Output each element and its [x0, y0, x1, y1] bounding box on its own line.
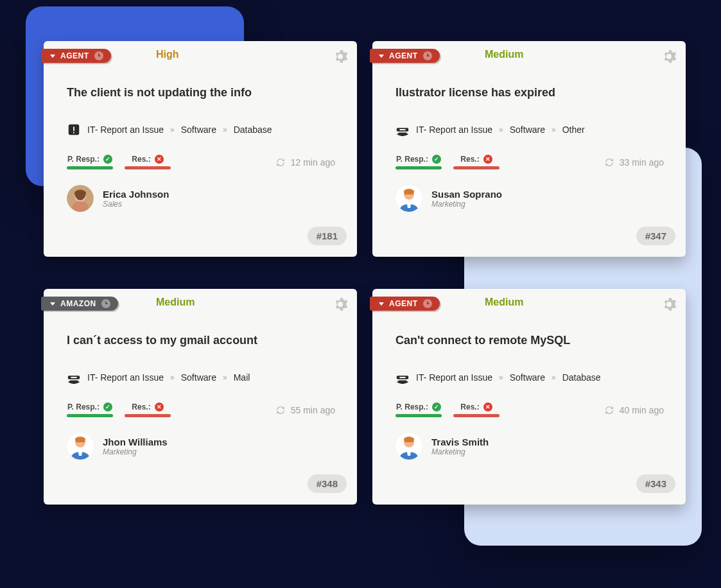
avatar[interactable]	[67, 433, 94, 460]
ticket-card: AGENT Medium Can't connect to remote MyS…	[372, 289, 686, 505]
breadcrumb-item[interactable]: Software	[181, 372, 216, 383]
user-name[interactable]: Jhon Williams	[103, 437, 168, 447]
progress-bar-red	[453, 166, 499, 169]
user-department: Marketing	[431, 447, 489, 456]
badge-label: AGENT	[389, 299, 418, 308]
requester-row: Susan Soprano Marketing	[395, 185, 668, 212]
x-icon: ✕	[483, 155, 492, 164]
x-icon: ✕	[155, 155, 164, 164]
res-label: Res.:	[460, 155, 479, 164]
user-name[interactable]: Susan Soprano	[431, 189, 502, 200]
gear-icon[interactable]	[333, 49, 348, 64]
clock-icon	[423, 51, 432, 60]
svg-rect-6	[72, 202, 89, 212]
timestamp: 12 min ago	[275, 157, 339, 168]
breadcrumb-item[interactable]: Other	[562, 125, 585, 135]
clock-icon	[101, 299, 110, 308]
service-icon	[67, 370, 81, 385]
chevron-right-icon: »	[223, 373, 227, 382]
status-row: P. Resp.: ✓ Res.: ✕ 55 min ago	[67, 402, 339, 417]
breadcrumb-item[interactable]: IT- Report an Issue	[416, 372, 492, 383]
user-name[interactable]: Travis Smith	[431, 437, 489, 447]
refresh-icon	[275, 157, 286, 168]
chevron-right-icon: »	[499, 125, 503, 134]
ticket-id-badge[interactable]: #347	[636, 227, 675, 245]
progress-bar-green	[67, 414, 113, 417]
timestamp-text: 12 min ago	[291, 157, 335, 168]
assignee-badge[interactable]: AGENT	[41, 49, 111, 63]
status-row: P. Resp.: ✓ Res.: ✕ 40 min ago	[395, 402, 668, 417]
user-department: Marketing	[103, 447, 168, 456]
chevron-right-icon: »	[552, 125, 556, 134]
badge-label: AMAZON	[60, 299, 96, 308]
assignee-badge[interactable]: AGENT	[370, 49, 440, 63]
user-name[interactable]: Erica Johnson	[103, 189, 169, 200]
avatar[interactable]	[395, 433, 422, 460]
gear-icon[interactable]	[333, 297, 348, 312]
breadcrumb-item[interactable]: Database	[562, 372, 601, 383]
ticket-title[interactable]: Ilustrator license has expired	[395, 86, 668, 99]
chevron-right-icon: »	[170, 125, 175, 134]
badge-label: AGENT	[60, 51, 89, 60]
ticket-card: AMAZON Medium I can´t access to my gmail…	[44, 289, 357, 505]
res-status: Res.: ✕	[453, 402, 499, 417]
progress-bar-green	[395, 166, 442, 169]
ticket-card: AGENT High The client is not updating th…	[44, 41, 357, 257]
chevron-right-icon: »	[223, 125, 227, 134]
x-icon: ✕	[155, 402, 164, 411]
p-resp-status: P. Resp.: ✓	[67, 402, 113, 417]
breadcrumb-item[interactable]: Database	[234, 125, 272, 135]
caret-down-icon	[379, 55, 384, 58]
breadcrumb-item[interactable]: Software	[510, 372, 545, 383]
timestamp-text: 33 min ago	[620, 157, 664, 168]
breadcrumb-item[interactable]: Mail	[234, 372, 250, 383]
ticket-id-badge[interactable]: #343	[636, 474, 675, 493]
user-department: Marketing	[431, 200, 502, 209]
timestamp-text: 55 min ago	[291, 405, 335, 415]
progress-bar-red	[453, 414, 499, 417]
breadcrumb-item[interactable]: Software	[181, 125, 216, 135]
user-department: Sales	[103, 200, 169, 209]
requester-row: Jhon Williams Marketing	[67, 433, 339, 460]
ticket-title[interactable]: Can't connect to remote MySQL	[395, 334, 668, 347]
res-status: Res.: ✕	[125, 155, 171, 169]
ticket-id-badge[interactable]: #348	[308, 474, 347, 493]
ticket-title[interactable]: I can´t access to my gmail account	[67, 334, 339, 347]
assignee-badge[interactable]: AGENT	[370, 297, 440, 311]
breadcrumb: IT- Report an Issue»Software»Database	[395, 370, 668, 385]
chevron-right-icon: »	[499, 373, 503, 382]
caret-down-icon	[50, 55, 55, 58]
caret-down-icon	[379, 302, 384, 306]
breadcrumb-item[interactable]: Software	[510, 125, 545, 135]
timestamp: 33 min ago	[604, 157, 668, 168]
ticket-card: AGENT Medium Ilustrator license has expi…	[372, 41, 686, 257]
res-label: Res.:	[132, 155, 150, 164]
breadcrumb-item[interactable]: IT- Report an Issue	[416, 125, 492, 135]
p-resp-label: P. Resp.:	[67, 402, 100, 411]
progress-bar-red	[125, 414, 171, 417]
gear-icon[interactable]	[661, 297, 677, 312]
breadcrumb-item[interactable]: IT- Report an Issue	[87, 372, 164, 383]
avatar[interactable]	[67, 185, 94, 212]
progress-bar-green	[395, 414, 442, 417]
priority-label: High	[156, 49, 179, 60]
clock-icon	[423, 299, 432, 308]
timestamp-text: 40 min ago	[620, 405, 664, 415]
ticket-id-badge[interactable]: #181	[308, 227, 347, 245]
check-icon: ✓	[432, 402, 441, 411]
ticket-title[interactable]: The client is not updating the info	[67, 86, 339, 99]
service-icon	[395, 123, 410, 137]
timestamp: 55 min ago	[275, 405, 339, 415]
refresh-icon	[604, 405, 614, 415]
chevron-right-icon: »	[170, 373, 175, 382]
progress-bar-green	[67, 166, 113, 169]
refresh-icon	[275, 405, 286, 415]
breadcrumb: IT- Report an Issue»Software»Database	[67, 123, 339, 137]
check-icon: ✓	[432, 155, 441, 164]
assignee-badge[interactable]: AMAZON	[41, 297, 118, 311]
avatar[interactable]	[395, 185, 422, 212]
p-resp-status: P. Resp.: ✓	[395, 155, 442, 169]
svg-rect-1	[73, 126, 74, 130]
breadcrumb-item[interactable]: IT- Report an Issue	[87, 125, 164, 135]
gear-icon[interactable]	[661, 49, 677, 64]
